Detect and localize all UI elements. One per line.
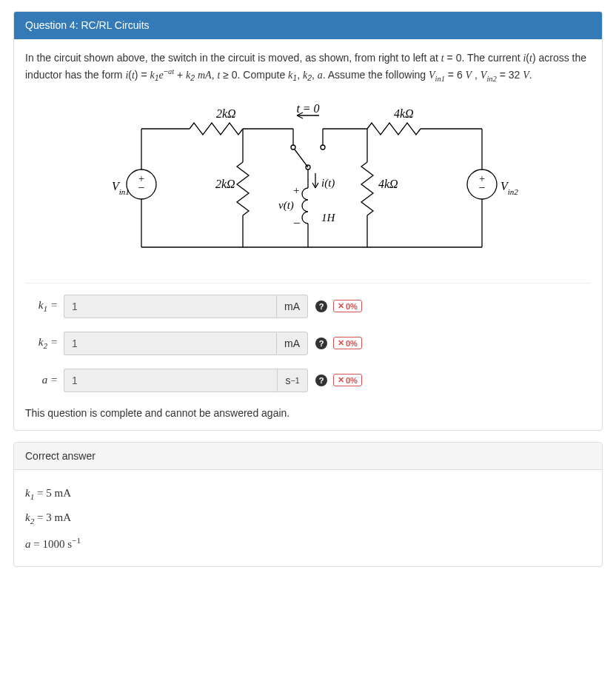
- label-vt-plus: +: [293, 184, 299, 196]
- help-icon[interactable]: ?: [315, 375, 327, 386]
- label-r-top-left: 2kΩ: [216, 107, 236, 120]
- k1-unit: mA: [276, 295, 308, 318]
- correct-answer-panel: Correct answer k1 = 5 mA k2 = 3 mA a = 1…: [13, 442, 603, 567]
- k2-unit: mA: [276, 332, 308, 355]
- k2-label: k2 =: [25, 336, 64, 350]
- input-row-a: a = s−1 ? ✕ 0%: [25, 369, 591, 392]
- help-icon[interactable]: ?: [315, 338, 327, 349]
- k2-input[interactable]: [64, 332, 276, 355]
- k1-score-badge: ✕ 0%: [333, 300, 362, 312]
- input-row-k2: k2 = mA ? ✕ 0%: [25, 332, 591, 355]
- label-r-top-right: 4kΩ: [394, 107, 414, 120]
- svg-point-3: [291, 145, 295, 150]
- answer-k2: k2 = 3 mA: [25, 506, 591, 530]
- label-r-mid-right: 4kΩ: [378, 178, 398, 190]
- label-vin2: Vin2: [500, 180, 518, 196]
- a-unit: s−1: [277, 369, 308, 392]
- problem-statement: In the circuit shown above, the switch i…: [25, 50, 591, 84]
- a-label: a =: [25, 374, 64, 386]
- correct-answer-body: k1 = 5 mA k2 = 3 mA a = 1000 s−1: [14, 470, 602, 566]
- answer-a: a = 1000 s−1: [25, 530, 591, 555]
- circuit-diagram: + − + − 2kΩ 4kΩ t = 0 2kΩ 4kΩ Vin1 Vin2 …: [25, 92, 591, 283]
- close-icon: ✕: [338, 375, 344, 385]
- question-body: In the circuit shown above, the switch i…: [14, 39, 602, 430]
- k2-score-badge: ✕ 0%: [333, 337, 362, 349]
- label-L: 1H: [321, 212, 336, 224]
- help-icon[interactable]: ?: [315, 300, 327, 312]
- label-it: i(t): [321, 177, 335, 189]
- svg-point-5: [321, 145, 325, 150]
- a-score-badge: ✕ 0%: [333, 374, 362, 386]
- input-row-k1: k1 = mA ? ✕ 0%: [25, 295, 591, 318]
- question-panel: Question 4: RC/RL Circuits In the circui…: [13, 11, 603, 431]
- svg-text:−: −: [138, 181, 144, 194]
- correct-answer-header: Correct answer: [14, 443, 602, 470]
- k1-input[interactable]: [64, 295, 276, 318]
- close-icon: ✕: [338, 301, 344, 311]
- svg-line-8: [295, 150, 308, 167]
- label-vt-minus: −: [293, 216, 301, 230]
- a-input[interactable]: [64, 369, 277, 392]
- close-icon: ✕: [338, 338, 344, 348]
- label-r-mid-left: 2kΩ: [215, 178, 235, 190]
- k1-label: k1 =: [25, 299, 64, 313]
- svg-text:−: −: [478, 181, 485, 194]
- label-t0: t = 0: [296, 102, 319, 115]
- answer-k1: k1 = 5 mA: [25, 481, 591, 506]
- question-header: Question 4: RC/RL Circuits: [13, 11, 603, 39]
- label-vt: v(t): [278, 199, 294, 212]
- complete-message: This question is complete and cannot be …: [25, 407, 591, 419]
